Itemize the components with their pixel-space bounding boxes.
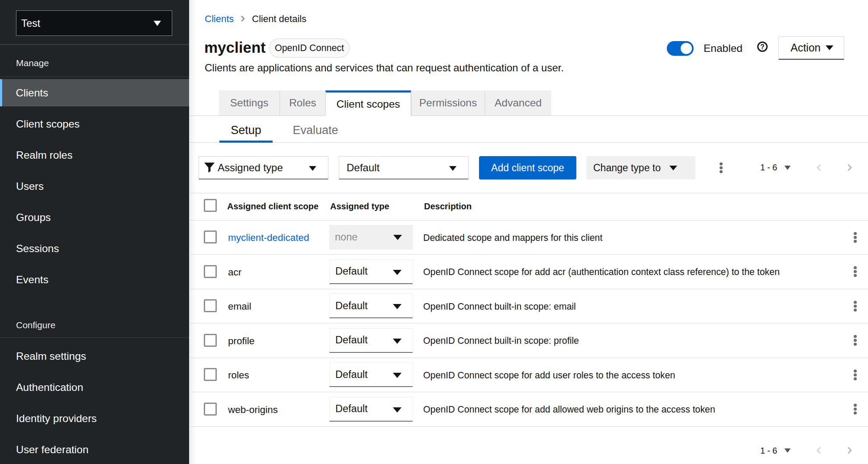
svg-text:?: ? [760, 43, 765, 51]
